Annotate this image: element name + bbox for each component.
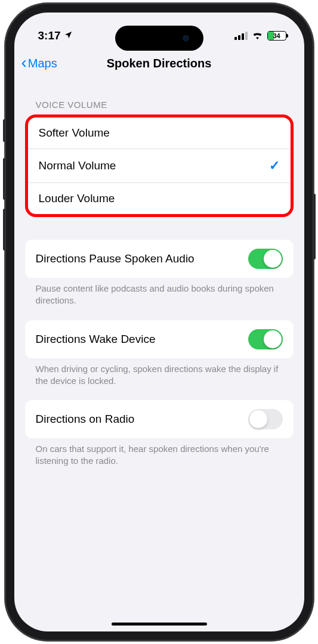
- wake-device-label: Directions Wake Device: [36, 333, 156, 346]
- on-radio-group: Directions on Radio: [25, 400, 294, 438]
- back-button[interactable]: ‹ Maps: [21, 56, 57, 71]
- on-radio-label: Directions on Radio: [36, 413, 135, 426]
- on-radio-toggle[interactable]: [248, 409, 283, 429]
- status-right: 34: [234, 29, 286, 42]
- content: VOICE VOLUME Softer Volume Normal Volume…: [14, 79, 304, 481]
- option-label: Louder Volume: [39, 192, 115, 205]
- cellular-icon: [234, 32, 248, 40]
- pause-audio-footer: Pause content like podcasts and audio bo…: [25, 278, 294, 320]
- silence-switch: [3, 119, 5, 142]
- voice-volume-group: Softer Volume Normal Volume ✓ Louder Vol…: [25, 114, 294, 217]
- power-button: [313, 194, 316, 259]
- dynamic-island: [115, 26, 203, 51]
- page-title: Spoken Directions: [14, 57, 304, 70]
- screen: 3:17 34 ‹ Maps Spoken Dire: [14, 13, 304, 631]
- pause-audio-group: Directions Pause Spoken Audio: [25, 240, 294, 278]
- volume-up-button: [3, 158, 5, 200]
- wifi-icon: [252, 29, 263, 42]
- chevron-left-icon: ‹: [21, 54, 27, 71]
- on-radio-footer: On cars that support it, hear spoken dir…: [25, 438, 294, 481]
- home-indicator[interactable]: [112, 623, 207, 626]
- device-frame: 3:17 34 ‹ Maps Spoken Dire: [5, 3, 314, 641]
- location-icon: [64, 29, 73, 42]
- wake-device-group: Directions Wake Device: [25, 320, 294, 358]
- pause-audio-toggle[interactable]: [248, 249, 283, 269]
- volume-option-normal[interactable]: Normal Volume ✓: [28, 148, 291, 182]
- status-time: 3:17: [38, 29, 61, 42]
- voice-volume-header: VOICE VOLUME: [25, 91, 294, 114]
- back-label: Maps: [28, 57, 57, 70]
- wake-device-toggle[interactable]: [248, 329, 283, 349]
- on-radio-cell[interactable]: Directions on Radio: [25, 400, 294, 438]
- pause-audio-label: Directions Pause Spoken Audio: [36, 252, 194, 265]
- status-left: 3:17: [38, 29, 73, 42]
- wake-device-cell[interactable]: Directions Wake Device: [25, 320, 294, 358]
- wake-device-footer: When driving or cycling, spoken directio…: [25, 358, 294, 401]
- option-label: Normal Volume: [39, 159, 116, 172]
- volume-option-louder[interactable]: Louder Volume: [28, 182, 291, 214]
- battery-icon: 34: [267, 31, 286, 41]
- volume-down-button: [3, 209, 5, 250]
- pause-audio-cell[interactable]: Directions Pause Spoken Audio: [25, 240, 294, 278]
- nav-bar: ‹ Maps Spoken Directions: [14, 48, 304, 79]
- option-label: Softer Volume: [39, 126, 110, 140]
- volume-option-softer[interactable]: Softer Volume: [28, 117, 291, 148]
- checkmark-icon: ✓: [269, 158, 280, 174]
